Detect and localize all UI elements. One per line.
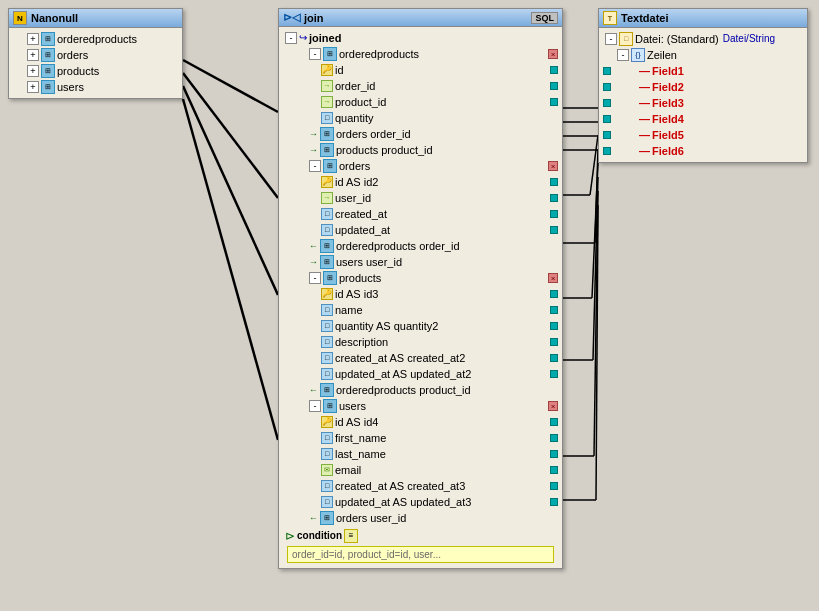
nanonull-table-orderedproducts[interactable]: + ⊞ orderedproducts — [13, 31, 178, 47]
field-icon-orders-createdat: □ — [321, 208, 333, 220]
op-field-product-id: → product_id — [283, 94, 550, 110]
orders-field-updatedat: □ updated_at — [283, 222, 550, 238]
key-icon-orders-id: 🔑 — [321, 176, 333, 188]
expand-joined[interactable]: - — [285, 32, 297, 44]
condition-text: order_id=id, product_id=id, user... — [287, 546, 554, 563]
join-body: - ↪ joined - ⊞ orderedproducts × 🔑 id → … — [279, 27, 562, 568]
op-ref-products[interactable]: → ⊞ products product_id — [283, 142, 558, 158]
field-icon-products-quantity: □ — [321, 320, 333, 332]
op-orderid-row: → order_id — [283, 78, 558, 94]
expand-join-products[interactable]: - — [309, 272, 321, 284]
expand-datei[interactable]: - — [605, 33, 617, 45]
products-field-quantity: □ quantity AS quantity2 — [283, 318, 550, 334]
field-icon-products-name: □ — [321, 304, 333, 316]
table-icon-join-products: ⊞ — [323, 271, 337, 285]
field5-row: — Field5 — [603, 127, 803, 143]
products-createdat-row: □ created_at AS created_at2 — [283, 350, 558, 366]
left-connector-field2 — [603, 83, 611, 91]
nanonull-table-orders[interactable]: + ⊞ orders — [13, 47, 178, 63]
table-icon-users: ⊞ — [41, 80, 55, 94]
minus-icon-field4: — — [639, 112, 650, 126]
nanonull-db-icon: N — [13, 11, 27, 25]
minus-icon-field3: — — [639, 96, 650, 110]
expand-users[interactable]: + — [27, 81, 39, 93]
textdatei-datei-row[interactable]: - □ Datei: (Standard) Datei/String — [603, 31, 803, 47]
expand-join-op[interactable]: - — [309, 48, 321, 60]
users-ref-orders[interactable]: ← ⊞ orders user_id — [283, 510, 558, 526]
joined-row[interactable]: - ↪ joined — [283, 30, 558, 46]
join-title-label: join — [304, 12, 324, 24]
users-field-lastname: □ last_name — [283, 446, 550, 462]
datei-label: Datei: (Standard) — [635, 32, 719, 46]
table-icon-products: ⊞ — [41, 64, 55, 78]
nanonull-title: N Nanonull — [9, 9, 182, 28]
nanonull-body: + ⊞ orderedproducts + ⊞ orders + ⊞ produ… — [9, 28, 182, 98]
field3-row: — Field3 — [603, 95, 803, 111]
condition-row[interactable]: ⊳ condition ≡ — [283, 528, 558, 544]
connector-users-lastname — [550, 450, 558, 458]
users-id-row: 🔑 id AS id4 — [283, 414, 558, 430]
op-ref-orders[interactable]: → ⊞ orders order_id — [283, 126, 558, 142]
textdatei-title: T Textdatei — [599, 9, 807, 28]
users-field-firstname: □ first_name — [283, 430, 550, 446]
products-field-updatedat: □ updated_at AS updated_at2 — [283, 366, 550, 382]
section-users-row: - ⊞ users × — [283, 398, 558, 414]
field-icon-users-firstname: □ — [321, 432, 333, 444]
products-ref-op[interactable]: ← ⊞ orderedproducts product_id — [283, 382, 558, 398]
expand-join-orders[interactable]: - — [309, 160, 321, 172]
join-section-orders[interactable]: - ⊞ orders — [283, 158, 546, 174]
nanonull-title-label: Nanonull — [31, 12, 78, 24]
connector-users-createdat — [550, 482, 558, 490]
join-section-orderedproducts[interactable]: - ⊞ orderedproducts — [283, 46, 546, 62]
svg-line-13 — [592, 163, 598, 298]
fk-icon-users-email: ✉ — [321, 464, 333, 476]
products-field-id: 🔑 id AS id3 — [283, 286, 550, 302]
minus-icon-field6: — — [639, 144, 650, 158]
join-section-users[interactable]: - ⊞ users — [283, 398, 546, 414]
svg-line-1 — [183, 73, 278, 198]
orders-createdat-row: □ created_at — [283, 206, 558, 222]
nanonull-table-users[interactable]: + ⊞ users — [13, 79, 178, 95]
expand-join-users[interactable]: - — [309, 400, 321, 412]
section-orders-row: - ⊞ orders × — [283, 158, 558, 174]
textdatei-field5: — Field5 — [613, 127, 803, 143]
orders-field-createdat: □ created_at — [283, 206, 550, 222]
svg-line-3 — [183, 99, 278, 440]
orders-ref-users[interactable]: → ⊞ users user_id — [283, 254, 558, 270]
expand-zeilen[interactable]: - — [617, 49, 629, 61]
table-icon-join-orders: ⊞ — [323, 159, 337, 173]
minus-icon-field5: — — [639, 128, 650, 142]
orders-field-id: 🔑 id AS id2 — [283, 174, 550, 190]
join-panel: ⊳◁ join SQL - ↪ joined - ⊞ orderedproduc… — [278, 8, 563, 569]
key-icon-op-id: 🔑 — [321, 64, 333, 76]
close-orders-section[interactable]: × — [548, 161, 558, 171]
svg-line-2 — [183, 86, 278, 295]
close-users-section[interactable]: × — [548, 401, 558, 411]
expand-orders[interactable]: + — [27, 49, 39, 61]
nanonull-table-products[interactable]: + ⊞ products — [13, 63, 178, 79]
field-icon-products-updatedat: □ — [321, 368, 333, 380]
table-icon-orders: ⊞ — [41, 48, 55, 62]
field-icon-users-lastname: □ — [321, 448, 333, 460]
field6-row: — Field6 — [603, 143, 803, 159]
orders-ref-op[interactable]: ← ⊞ orderedproducts order_id — [283, 238, 558, 254]
table-icon-ref-op: ⊞ — [320, 239, 334, 253]
close-op-section[interactable]: × — [548, 49, 558, 59]
join-section-products[interactable]: - ⊞ products — [283, 270, 546, 286]
textdatei-file-icon: T — [603, 11, 617, 25]
close-products-section[interactable]: × — [548, 273, 558, 283]
users-field-email: ✉ email — [283, 462, 550, 478]
textdatei-zeilen-row[interactable]: - {} Zeilen — [603, 47, 803, 63]
left-connector-field6 — [603, 147, 611, 155]
products-updatedat-row: □ updated_at AS updated_at2 — [283, 366, 558, 382]
field-icon-users-updatedat: □ — [321, 496, 333, 508]
svg-line-15 — [593, 177, 598, 360]
connector-products-quantity — [550, 322, 558, 330]
expand-orderedproducts[interactable]: + — [27, 33, 39, 45]
table-icon-ref-users: ⊞ — [320, 255, 334, 269]
sql-badge: SQL — [531, 12, 558, 24]
expand-products[interactable]: + — [27, 65, 39, 77]
op-field-order-id: → order_id — [283, 78, 550, 94]
svg-line-17 — [594, 191, 598, 456]
products-name-row: □ name — [283, 302, 558, 318]
